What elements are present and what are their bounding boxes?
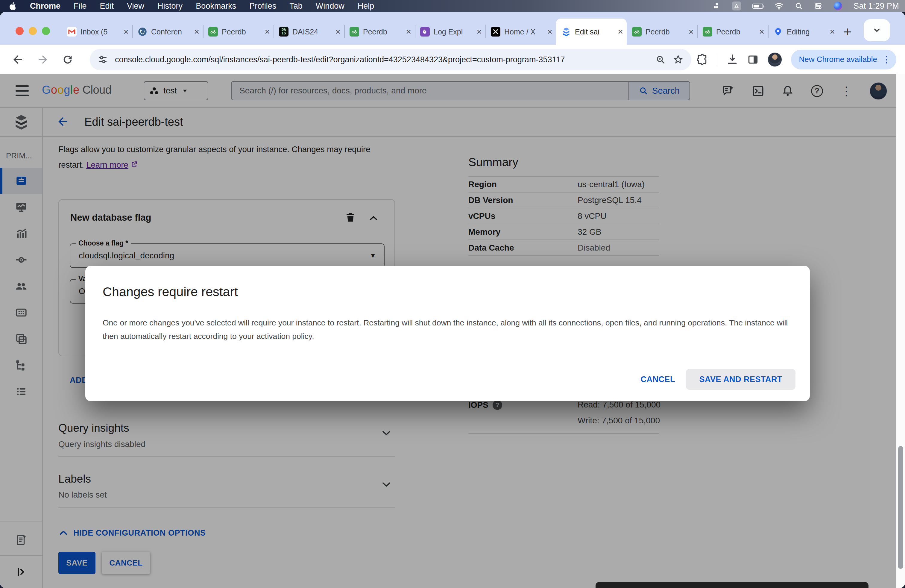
peerdb-favicon bbox=[208, 27, 218, 37]
postgresql-favicon bbox=[138, 27, 147, 37]
tab-close-icon[interactable]: × bbox=[759, 27, 764, 36]
tab-close-icon[interactable]: × bbox=[688, 27, 694, 36]
tab-close-icon[interactable]: × bbox=[406, 27, 411, 36]
tab-inbox[interactable]: Inbox (5 × bbox=[62, 19, 132, 45]
menubar-item-file[interactable]: File bbox=[74, 2, 87, 11]
tab-dais24[interactable]: DA IS DAIS24 × bbox=[273, 19, 344, 45]
tab-close-icon[interactable]: × bbox=[123, 27, 129, 36]
url-input[interactable] bbox=[115, 55, 648, 64]
new-chrome-available-button[interactable]: New Chrome available ⋮ bbox=[791, 50, 896, 70]
dais-favicon-bottom: IS bbox=[282, 32, 286, 35]
menubar-item-chrome[interactable]: Chrome bbox=[30, 2, 60, 11]
control-center-icon[interactable] bbox=[814, 2, 822, 10]
tab-close-icon[interactable]: × bbox=[265, 27, 270, 36]
profile-avatar[interactable] bbox=[768, 52, 782, 67]
tab-close-icon[interactable]: × bbox=[830, 27, 835, 36]
window-controls bbox=[16, 27, 50, 35]
datadog-favicon bbox=[420, 27, 430, 37]
tab-title: Peerdb bbox=[363, 27, 402, 36]
site-settings-icon[interactable] bbox=[98, 54, 108, 65]
back-icon[interactable] bbox=[11, 53, 24, 66]
siri-icon[interactable] bbox=[834, 2, 842, 10]
tab-title: Edit sai bbox=[575, 27, 614, 36]
menubar-item-bookmarks[interactable]: Bookmarks bbox=[196, 2, 236, 11]
peerdb-favicon bbox=[703, 27, 712, 37]
tab-conference[interactable]: Conferen × bbox=[132, 19, 203, 45]
editing-pin-favicon bbox=[773, 27, 783, 37]
gmail-favicon bbox=[67, 27, 76, 37]
stats-blocks-icon[interactable] bbox=[713, 2, 721, 10]
cloud-sql-favicon bbox=[561, 27, 571, 37]
tab-peerdb-4[interactable]: Peerdb × bbox=[697, 19, 768, 45]
dais-favicon: DA IS bbox=[279, 27, 289, 37]
scrollbar-thumb[interactable] bbox=[898, 446, 903, 569]
macos-dock-hint bbox=[595, 582, 868, 588]
tab-close-icon[interactable]: × bbox=[194, 27, 199, 36]
spotlight-search-icon[interactable] bbox=[795, 2, 803, 10]
tab-title: DAIS24 bbox=[292, 27, 331, 36]
reload-icon[interactable] bbox=[62, 54, 74, 65]
downloads-icon[interactable] bbox=[726, 54, 738, 65]
window-close-button[interactable] bbox=[16, 27, 24, 35]
menubar-item-window[interactable]: Window bbox=[316, 2, 345, 11]
menubar-app-icon[interactable] bbox=[732, 2, 741, 11]
menubar-clock[interactable]: Sat 1:29 PM bbox=[854, 2, 899, 11]
menubar-item-profiles[interactable]: Profiles bbox=[249, 2, 276, 11]
tab-close-icon[interactable]: × bbox=[618, 27, 623, 36]
tab-log-explorer[interactable]: Log Expl × bbox=[415, 19, 486, 45]
dialog-title: Changes require restart bbox=[103, 284, 238, 299]
restart-dialog: Changes require restart One or more chan… bbox=[85, 266, 810, 401]
peerdb-favicon bbox=[349, 27, 359, 37]
save-and-restart-button[interactable]: SAVE AND RESTART bbox=[686, 369, 795, 390]
chrome-window: Inbox (5 × Conferen × Peerdb × DA IS DAI… bbox=[0, 12, 905, 588]
tab-peerdb-1[interactable]: Peerdb × bbox=[203, 19, 273, 45]
window-zoom-button[interactable] bbox=[42, 27, 50, 35]
side-panel-icon[interactable] bbox=[747, 54, 759, 65]
tab-close-icon[interactable]: × bbox=[335, 27, 341, 36]
tab-title: Peerdb bbox=[646, 27, 684, 36]
omnibox[interactable] bbox=[90, 49, 691, 70]
peerdb-favicon bbox=[632, 27, 641, 37]
new-chrome-label: New Chrome available bbox=[799, 55, 877, 64]
tab-list: Inbox (5 × Conferen × Peerdb × DA IS DAI… bbox=[62, 19, 856, 45]
dialog-body: One or more changes you've selected will… bbox=[103, 316, 800, 343]
menubar-item-tab[interactable]: Tab bbox=[289, 2, 303, 11]
apple-logo-icon[interactable] bbox=[9, 2, 17, 11]
tab-title: Conferen bbox=[151, 27, 190, 36]
forward-icon[interactable] bbox=[37, 53, 49, 66]
gcloud-page: Google Cloud test Search bbox=[0, 74, 905, 588]
tab-edit-sai-active[interactable]: Edit sai × bbox=[556, 19, 627, 45]
browser-toolbar: New Chrome available ⋮ bbox=[0, 45, 905, 74]
tab-peerdb-2[interactable]: Peerdb × bbox=[344, 19, 415, 45]
bookmark-star-icon[interactable] bbox=[673, 54, 684, 65]
tab-title: Inbox (5 bbox=[81, 27, 119, 36]
menubar-item-edit[interactable]: Edit bbox=[100, 2, 114, 11]
tab-peerdb-3[interactable]: Peerdb × bbox=[627, 19, 697, 45]
chrome-menu-icon[interactable]: ⋮ bbox=[882, 54, 893, 65]
wifi-icon[interactable] bbox=[775, 2, 783, 10]
page-scrollbar[interactable] bbox=[896, 74, 905, 588]
battery-icon[interactable] bbox=[753, 3, 763, 9]
tab-title: Home / X bbox=[504, 27, 543, 36]
toolbar-divider bbox=[717, 54, 718, 65]
menubar-item-history[interactable]: History bbox=[157, 2, 183, 11]
tab-close-icon[interactable]: × bbox=[476, 27, 482, 36]
dialog-cancel-button[interactable]: CANCEL bbox=[632, 369, 684, 390]
tab-close-icon[interactable]: × bbox=[547, 27, 553, 36]
window-minimize-button[interactable] bbox=[29, 27, 37, 35]
macos-menubar: Chrome File Edit View History Bookmarks … bbox=[0, 0, 905, 12]
tab-search-button[interactable] bbox=[864, 19, 890, 41]
tab-title: Peerdb bbox=[716, 27, 755, 36]
tab-home-x[interactable]: Home / X × bbox=[486, 19, 556, 45]
tab-title: Editing bbox=[787, 27, 826, 36]
extensions-icon[interactable] bbox=[696, 54, 708, 65]
tab-editing[interactable]: Editing × bbox=[768, 19, 838, 45]
menubar-item-view[interactable]: View bbox=[127, 2, 144, 11]
menubar-item-help[interactable]: Help bbox=[358, 2, 375, 11]
zoom-page-icon[interactable] bbox=[656, 54, 665, 65]
tab-title: Peerdb bbox=[222, 27, 261, 36]
tab-title: Log Expl bbox=[433, 27, 473, 36]
x-favicon bbox=[491, 27, 500, 37]
new-tab-button[interactable]: + bbox=[838, 19, 856, 45]
tab-strip: Inbox (5 × Conferen × Peerdb × DA IS DAI… bbox=[0, 12, 905, 45]
